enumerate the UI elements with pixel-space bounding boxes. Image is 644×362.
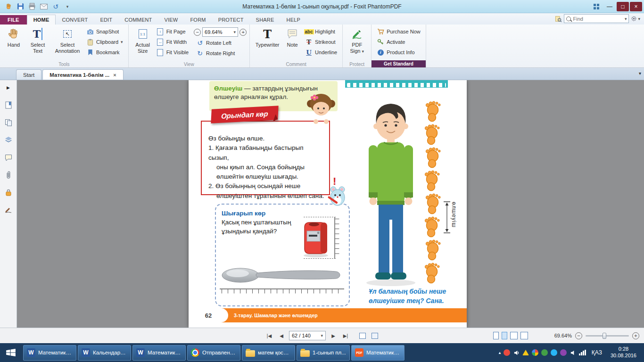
tray-volume2-icon[interactable] xyxy=(570,349,576,356)
email-button[interactable] xyxy=(39,2,49,11)
tray-red-app-icon[interactable] xyxy=(504,349,510,356)
find-settings-button[interactable]: ▾ xyxy=(631,16,640,22)
signature-panel-icon[interactable] xyxy=(4,205,13,214)
tab-file[interactable]: FILE xyxy=(0,15,27,25)
pdf-sign-button[interactable]: PDF Sign ▾ xyxy=(346,26,368,55)
language-indicator[interactable]: ҚАЗ xyxy=(589,349,605,356)
tray-blue-app-icon[interactable] xyxy=(551,349,557,356)
close-tab-icon[interactable]: × xyxy=(113,72,116,78)
clock-date: 30.08.2016 xyxy=(611,353,636,359)
typewriter-button[interactable]: T Typewriter xyxy=(253,26,282,49)
zoom-in-icon[interactable]: + xyxy=(239,29,247,36)
single-page-view-icon[interactable] xyxy=(493,332,499,339)
layers-panel-icon[interactable] xyxy=(4,135,13,145)
tray-warning-icon[interactable] xyxy=(522,350,529,355)
tray-volume-icon[interactable] xyxy=(513,349,520,356)
windows-taskbar: W Математика ... W Кальендарн... W Матем… xyxy=(0,343,644,362)
ui-options-button[interactable] xyxy=(590,2,603,11)
tray-purple-app-icon[interactable] xyxy=(560,349,567,356)
previous-view-button[interactable] xyxy=(358,331,367,340)
undo-button[interactable]: ↺ xyxy=(51,2,60,11)
hand-tool-button[interactable]: Hand xyxy=(3,26,25,49)
tab-list-chevron-icon[interactable]: ▾ xyxy=(639,71,641,76)
start-button[interactable] xyxy=(0,343,22,362)
actual-size-button[interactable]: 1:1 Actual Size xyxy=(132,26,154,55)
restore-button[interactable]: □ xyxy=(617,2,629,11)
doc-tab-start[interactable]: Start xyxy=(16,69,41,80)
tab-home[interactable]: HOME xyxy=(27,15,56,25)
fit-page-button[interactable]: ↕ Fit Page xyxy=(154,27,191,36)
word-icon: W xyxy=(82,348,90,357)
hand-tool-quick-button[interactable] xyxy=(4,2,13,11)
fit-width-button[interactable]: ↔ Fit Width xyxy=(154,37,191,47)
next-view-button[interactable] xyxy=(370,331,380,340)
select-annotation-button[interactable]: ↖ Select Annotation xyxy=(51,26,84,55)
taskbar-item-foxit[interactable]: PDF Математика ... xyxy=(351,345,405,361)
tray-multicolor-app-icon[interactable] xyxy=(532,349,538,356)
print-button[interactable] xyxy=(27,2,37,11)
bookmarks-panel-icon[interactable] xyxy=(4,100,13,110)
tab-help[interactable]: HELP xyxy=(281,15,307,25)
purchase-now-button[interactable]: Purchase Now xyxy=(374,27,423,36)
facing-view-icon[interactable] xyxy=(510,332,518,339)
next-page-button[interactable]: ▶ xyxy=(329,331,338,340)
document-canvas[interactable]: Өлшеуіш — заттардың ұзындығын өлшеуге ар… xyxy=(17,80,644,328)
taskbar-item-folder-2[interactable]: 1-сынып пл... xyxy=(297,345,350,361)
get-standard-group-label[interactable]: Get Standard xyxy=(372,60,426,67)
tab-comment[interactable]: COMMENT xyxy=(118,15,158,25)
underline-icon: U xyxy=(305,49,313,56)
tab-share[interactable]: SHARE xyxy=(250,15,281,25)
taskbar-item-chrome[interactable]: Отправленн... xyxy=(187,345,240,361)
previous-page-button[interactable]: ◀ xyxy=(277,331,286,340)
tab-convert[interactable]: CONVERT xyxy=(56,15,94,25)
zoom-level-combo[interactable]: 69.64% ▾ xyxy=(202,27,238,37)
taskbar-clock[interactable]: 0:28 30.08.2016 xyxy=(608,346,639,359)
fit-visible-button[interactable]: Fit Visible xyxy=(154,48,191,57)
zoom-slider[interactable] xyxy=(586,335,629,337)
continuous-view-icon[interactable] xyxy=(502,332,507,339)
rotate-left-button[interactable]: ↺ Rotate Left xyxy=(194,38,247,48)
tray-green-app-icon[interactable] xyxy=(541,349,548,356)
taskbar-item-word-2[interactable]: W Кальендарн... xyxy=(78,345,131,361)
bookmark-button[interactable]: Bookmark xyxy=(84,48,125,57)
first-page-button[interactable]: |◀ xyxy=(264,331,274,340)
product-info-button[interactable]: i Product Info xyxy=(374,48,423,57)
underline-button[interactable]: U Underline xyxy=(303,48,339,57)
tab-edit[interactable]: EDIT xyxy=(94,15,118,25)
zoom-slider-thumb[interactable] xyxy=(603,333,606,339)
minimize-button[interactable]: — xyxy=(603,2,616,11)
activate-button[interactable]: Activate xyxy=(374,37,423,47)
tab-protect[interactable]: PROTECT xyxy=(212,15,250,25)
last-page-button[interactable]: ▶| xyxy=(341,331,350,340)
comments-panel-icon[interactable] xyxy=(4,153,13,162)
pdf-page[interactable]: Өлшеуіш — заттардың ұзындығын өлшеуге ар… xyxy=(189,80,467,328)
strikeout-button[interactable]: T Strikeout xyxy=(303,37,339,47)
rotate-right-button[interactable]: ↻ Rotate Right xyxy=(194,49,247,58)
security-panel-icon[interactable] xyxy=(4,188,13,197)
expand-panel-icon[interactable]: ▶ xyxy=(4,83,13,92)
network-signal-icon[interactable] xyxy=(579,350,586,355)
tab-form[interactable]: FORM xyxy=(184,15,212,25)
save-button[interactable] xyxy=(16,2,25,11)
zoom-out-icon[interactable]: − xyxy=(194,29,201,36)
clipboard-button[interactable]: Clipboard ▾ xyxy=(84,37,125,47)
show-hidden-icons-chevron[interactable]: ▴ xyxy=(499,350,501,355)
page-number-field[interactable]: 62 / 140 ▾ xyxy=(289,331,326,340)
taskbar-item-word-3[interactable]: W Математика ... xyxy=(132,345,186,361)
close-button[interactable]: × xyxy=(630,2,642,11)
continuous-facing-view-icon[interactable] xyxy=(520,332,528,339)
zoom-out-button[interactable]: − xyxy=(575,332,582,339)
note-button[interactable]: Note xyxy=(282,26,303,49)
doc-tab-active[interactable]: Математика 1-бөлім ... × xyxy=(42,69,123,80)
taskbar-item-folder-1[interactable]: матем қосы... xyxy=(242,345,295,361)
pages-panel-icon[interactable] xyxy=(4,118,13,127)
taskbar-item-word-1[interactable]: W Математика ... xyxy=(23,345,76,361)
zoom-in-button[interactable]: + xyxy=(632,332,639,339)
snapshot-button[interactable]: SnapShot xyxy=(84,27,125,36)
quick-access-customize-button[interactable]: ▾ xyxy=(63,2,72,11)
tab-view[interactable]: VIEW xyxy=(158,15,184,25)
find-input[interactable] xyxy=(573,16,622,22)
attachments-panel-icon[interactable] xyxy=(4,170,13,180)
select-text-button[interactable]: T Select Text xyxy=(25,26,51,55)
highlight-button[interactable]: abc Highlight xyxy=(303,27,339,36)
